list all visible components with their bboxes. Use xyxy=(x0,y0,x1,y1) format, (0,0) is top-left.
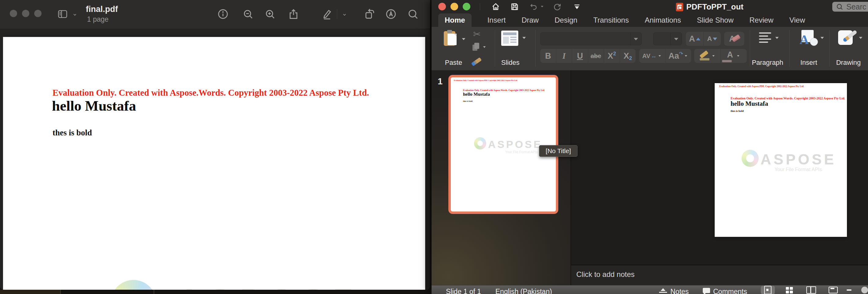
curved-arrow-icon: ↷ xyxy=(679,51,683,57)
markup-chevron-icon[interactable] xyxy=(341,12,353,24)
font-name-dropdown-icon[interactable] xyxy=(630,33,641,45)
comments-icon[interactable] xyxy=(703,288,710,293)
zoom-slider-knob[interactable] xyxy=(861,287,868,293)
save-icon[interactable] xyxy=(510,2,519,11)
normal-view-button[interactable] xyxy=(761,286,775,294)
undo-dropdown-icon[interactable] xyxy=(541,6,543,7)
slide-pdf-eval-text: Evaluation Only. Created with Aspose.PDF… xyxy=(719,85,804,88)
paragraph-dropdown-icon[interactable] xyxy=(775,37,778,39)
text-highlight-button[interactable] xyxy=(694,49,720,63)
drawing-button[interactable] xyxy=(838,30,857,48)
notes-pane[interactable]: Click to add notes xyxy=(571,265,868,285)
ribbon-group-divider xyxy=(789,30,790,67)
reading-view-icon xyxy=(806,286,816,294)
notes-toggle-icon[interactable] xyxy=(659,288,667,294)
aspose-watermark-text: ASPOSE xyxy=(179,283,363,290)
slide-canvas[interactable]: Evaluation Only. Created with Aspose.PDF… xyxy=(715,83,847,237)
tab-insert[interactable]: Insert xyxy=(488,16,506,25)
font-color-button[interactable]: A xyxy=(720,49,747,63)
tab-review[interactable]: Review xyxy=(749,16,774,25)
markup-pencil-icon[interactable] xyxy=(321,8,333,20)
paste-button[interactable] xyxy=(444,30,458,47)
clear-formatting-button[interactable]: A xyxy=(724,32,744,46)
slides-button[interactable] xyxy=(501,31,518,46)
pdf-page[interactable]: Evaluation Only. Created with Aspose.Wor… xyxy=(3,37,425,290)
annotate-icon[interactable] xyxy=(385,8,397,20)
ppt-window-title: PDFToPPT_out xyxy=(686,2,743,11)
insert-label: Insert xyxy=(792,59,826,67)
subscript-button[interactable]: X 2 xyxy=(620,49,636,63)
tab-animations[interactable]: Animations xyxy=(645,16,681,25)
change-case-button[interactable]: Aa ↷ xyxy=(665,49,691,63)
close-button[interactable] xyxy=(438,3,446,10)
strikethrough-glyph: abe xyxy=(591,53,601,60)
slide-watermark-tagline: Your File Format APIs xyxy=(775,167,822,172)
cut-icon[interactable]: ✂ xyxy=(473,29,481,39)
grow-font-button[interactable]: A xyxy=(686,32,703,46)
search-icon[interactable] xyxy=(407,8,419,20)
sidebar-chevron-icon[interactable] xyxy=(71,12,83,24)
change-case-glyph: Aa xyxy=(669,51,679,61)
paragraph-button[interactable] xyxy=(759,32,772,44)
tab-view[interactable]: View xyxy=(789,16,805,25)
redo-icon[interactable] xyxy=(553,2,562,11)
minimize-button[interactable] xyxy=(451,3,458,10)
preview-window: final.pdf 1 page xyxy=(0,0,430,290)
notes-toggle-label[interactable]: Notes xyxy=(671,288,689,294)
tab-home[interactable]: Home xyxy=(438,13,471,27)
share-icon[interactable] xyxy=(288,8,299,20)
minimize-button[interactable] xyxy=(22,10,29,17)
format-painter-icon[interactable] xyxy=(471,57,482,66)
underline-button[interactable]: U xyxy=(572,49,588,63)
zoom-window-button[interactable] xyxy=(463,3,470,10)
tab-slide-show[interactable]: Slide Show xyxy=(697,16,734,25)
rotate-icon[interactable] xyxy=(364,8,375,20)
undo-icon[interactable] xyxy=(529,2,538,11)
zoom-in-icon[interactable] xyxy=(264,8,276,20)
font-name-combobox[interactable] xyxy=(540,32,642,45)
superscript-button[interactable]: X 2 xyxy=(604,49,620,63)
character-spacing-button[interactable]: AV ↔ xyxy=(639,49,665,63)
language-indicator[interactable]: English (Pakistan) xyxy=(495,288,552,294)
insert-dropdown-icon[interactable] xyxy=(820,37,824,39)
font-size-combobox[interactable] xyxy=(653,32,682,45)
copy-icon[interactable] xyxy=(472,43,479,51)
reading-view-button[interactable] xyxy=(804,286,818,294)
slide-indicator[interactable]: Slide 1 of 1 xyxy=(446,288,481,294)
slide-editor-area: Evaluation Only. Created with Aspose.PDF… xyxy=(571,70,868,265)
quick-access-customize-icon[interactable] xyxy=(573,2,581,11)
paste-dropdown-icon[interactable] xyxy=(462,38,465,40)
home-icon[interactable] xyxy=(491,2,500,11)
bold-button[interactable]: B xyxy=(540,49,556,63)
slides-dropdown-icon[interactable] xyxy=(522,37,526,39)
insert-a-icon: A xyxy=(800,32,809,47)
close-button[interactable] xyxy=(10,10,17,17)
drawing-dropdown-icon[interactable] xyxy=(859,37,862,39)
aspose-logo-swirl xyxy=(742,150,759,167)
spacing-dropdown-icon xyxy=(659,55,661,57)
preview-window-title: final.pdf xyxy=(86,5,118,14)
zoom-window-button[interactable] xyxy=(34,10,41,17)
slide-thumbnail-selected[interactable]: Evaluation Only. Created with Aspose.PDF… xyxy=(448,75,558,214)
insert-button[interactable]: A xyxy=(800,30,818,47)
italic-button[interactable]: I xyxy=(556,49,572,63)
font-size-dropdown-icon[interactable] xyxy=(671,33,682,45)
up-triangle-icon xyxy=(696,37,700,40)
shrink-font-button[interactable]: A xyxy=(703,32,721,46)
zoom-out-icon[interactable] xyxy=(242,8,254,20)
search-icon xyxy=(836,3,843,10)
thumb-words-eval-text: Evaluation Only. Created with Aspose.Wor… xyxy=(463,89,545,92)
tab-draw[interactable]: Draw xyxy=(522,16,539,25)
search-box[interactable]: Searc xyxy=(832,2,868,11)
info-icon[interactable] xyxy=(217,8,229,20)
slide-sorter-button[interactable] xyxy=(782,286,796,294)
dock-separator xyxy=(60,290,61,294)
tab-design[interactable]: Design xyxy=(555,16,578,25)
zoom-out-button[interactable] xyxy=(844,286,854,294)
sidebar-toggle-icon[interactable] xyxy=(57,9,68,21)
slideshow-button[interactable] xyxy=(826,286,840,294)
tab-transitions[interactable]: Transitions xyxy=(593,16,628,25)
strikethrough-button[interactable]: abe xyxy=(588,49,604,63)
copy-dropdown-icon[interactable] xyxy=(483,47,486,48)
comments-label[interactable]: Comments xyxy=(713,288,747,294)
